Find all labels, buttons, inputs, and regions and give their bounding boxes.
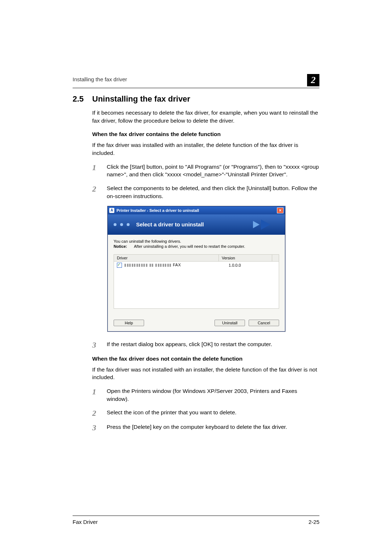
- step-text: Select the icon of the printer that you …: [107, 409, 237, 417]
- dialog-title: Printer Installer - Select a driver to u…: [117, 208, 277, 213]
- step-number: 1: [92, 387, 107, 403]
- help-button[interactable]: Help: [114, 320, 144, 326]
- step-number: 2: [92, 184, 107, 200]
- step-text: Press the [Delete] key on the computer k…: [107, 423, 287, 432]
- uninstall-button[interactable]: Uninstall: [215, 320, 245, 326]
- cancel-button[interactable]: Cancel: [249, 320, 279, 326]
- subhead-delete-function: When the fax driver contains the delete …: [92, 131, 319, 138]
- banner-dots-icon: [114, 223, 130, 226]
- sub1-intro: If the fax driver was installed with an …: [92, 141, 319, 157]
- dialog-banner: Select a driver to uninstall: [108, 214, 285, 235]
- step-number: 2: [92, 409, 107, 417]
- app-icon: A: [109, 208, 114, 213]
- dialog-titlebar: A Printer Installer - Select a driver to…: [108, 206, 285, 214]
- section-number: 2.5: [73, 94, 92, 104]
- driver-list[interactable]: Driver Version ▮▮▮▮▮▮▮▮▮▮ ▮▮ ▮▮▮▮▮▮▮ FAX…: [114, 254, 279, 309]
- driver-name: ▮▮▮▮▮▮▮▮▮▮ ▮▮ ▮▮▮▮▮▮▮ FAX: [124, 263, 229, 267]
- driver-list-header: Driver Version: [114, 255, 279, 262]
- subhead-no-delete-function: When the fax driver does not contain the…: [92, 356, 319, 362]
- dialog-notice-line1: You can uninstall the following drivers.: [114, 239, 279, 243]
- section-title: Uninstalling the fax driver: [92, 94, 190, 103]
- banner-title: Select a driver to uninstall: [136, 221, 204, 227]
- uninstall-dialog: A Printer Installer - Select a driver to…: [107, 206, 285, 332]
- step-number: 3: [92, 423, 107, 432]
- step-text: Click the [Start] button, point to "All …: [107, 163, 319, 178]
- step-number: 1: [92, 163, 107, 178]
- footer-page-number: 2-25: [309, 519, 319, 525]
- step-text: If the restart dialog box appears, click…: [107, 340, 272, 349]
- running-head: Installing the fax driver: [73, 76, 319, 82]
- step-text: Open the Printers window (for Windows XP…: [107, 387, 319, 403]
- page-footer: Fax Driver 2-25: [73, 516, 319, 525]
- step-number: 3: [92, 340, 107, 349]
- step-text: Select the components to be deleted, and…: [107, 184, 319, 200]
- section-intro: If it becomes necessary to delete the fa…: [92, 109, 319, 124]
- driver-checkbox[interactable]: [117, 263, 122, 268]
- sub2-intro: If the fax driver was not installed with…: [92, 366, 319, 381]
- close-icon[interactable]: ×: [277, 208, 283, 213]
- arrow-right-icon: [253, 219, 270, 230]
- column-version[interactable]: Version: [219, 255, 272, 261]
- chapter-number-badge: 2: [307, 74, 319, 86]
- section-heading: 2.5Uninstalling the fax driver: [73, 94, 319, 104]
- header-rule: [73, 88, 319, 88]
- footer-left: Fax Driver: [73, 519, 309, 525]
- notice-text: After uninstalling a driver, you will ne…: [134, 244, 245, 249]
- notice-label: Notice:: [114, 244, 134, 249]
- column-driver[interactable]: Driver: [114, 255, 219, 261]
- driver-version: 1.0.0.0: [229, 263, 276, 267]
- driver-row[interactable]: ▮▮▮▮▮▮▮▮▮▮ ▮▮ ▮▮▮▮▮▮▮ FAX 1.0.0.0: [114, 262, 279, 269]
